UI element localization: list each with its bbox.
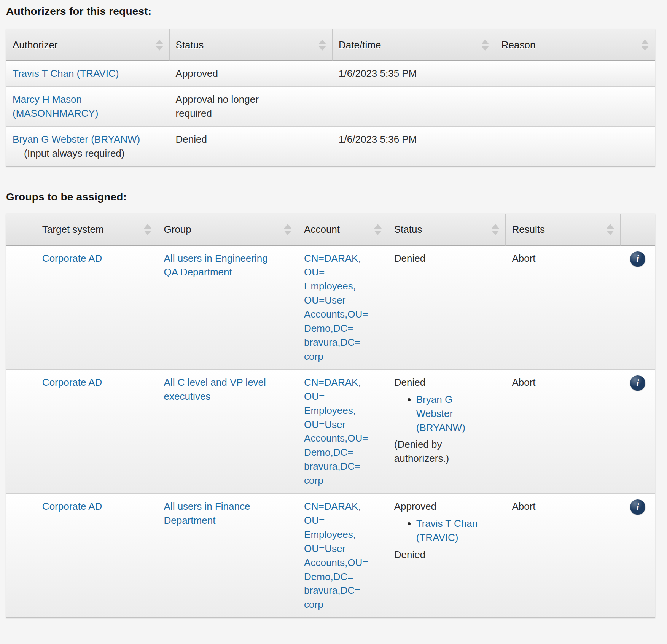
info-cell: i	[621, 493, 655, 617]
table-row: Bryan G Webster (BRYANW) (Input always r…	[6, 126, 655, 166]
status-cell: Denied	[170, 126, 333, 166]
results-cell: Abort	[506, 369, 621, 493]
column-header-label: Group	[164, 224, 191, 235]
reason-cell	[495, 126, 655, 166]
authorizer-link[interactable]: Bryan G Webster (BRYANW)	[13, 134, 140, 145]
reason-cell	[495, 86, 655, 126]
column-header-label: Status	[176, 39, 204, 51]
status-cell: Denied Bryan G Webster (BRYANW) (Denied …	[388, 369, 506, 493]
status-secondary: Denied	[394, 548, 500, 562]
target-system-link[interactable]: Corporate AD	[42, 253, 102, 264]
status-cell: Approved	[170, 61, 333, 86]
page: Authorizers for this request: Authorizer…	[0, 0, 667, 644]
table-row: Corporate AD All users in Engineering QA…	[6, 246, 655, 369]
info-cell: i	[621, 369, 655, 493]
table-row: Corporate AD All users in Finance Depart…	[6, 493, 655, 617]
sort-icon[interactable]	[374, 224, 382, 235]
account-link[interactable]: CN=DARAK, OU= Employees, OU=User Account…	[304, 377, 368, 486]
authorizer-cell: Bryan G Webster (BRYANW) (Input always r…	[6, 126, 170, 166]
table-row: Marcy H Mason (MASONHMARCY) Approval no …	[6, 86, 655, 126]
account-link[interactable]: CN=DARAK, OU= Employees, OU=User Account…	[304, 501, 368, 610]
column-header-label: Status	[394, 224, 422, 235]
target-system-cell: Corporate AD	[36, 246, 158, 369]
column-header-label: Results	[512, 224, 545, 235]
column-header-label: Authorizer	[13, 39, 58, 51]
group-link[interactable]: All users in Engineering QA Department	[164, 253, 268, 278]
row-select-cell	[6, 246, 36, 369]
sort-icon[interactable]	[641, 40, 649, 51]
sort-icon[interactable]	[156, 40, 163, 51]
status-authorizer-list: Travis T Chan (TRAVIC)	[394, 517, 500, 545]
column-header-info	[621, 214, 655, 246]
authorizer-cell: Marcy H Mason (MASONHMARCY)	[6, 86, 170, 126]
authorizer-link[interactable]: Marcy H Mason (MASONHMARCY)	[13, 94, 98, 119]
sort-icon[interactable]	[144, 224, 151, 235]
status-authorizer-list: Bryan G Webster (BRYANW)	[394, 393, 500, 435]
target-system-link[interactable]: Corporate AD	[42, 501, 102, 512]
table-row: Travis T Chan (TRAVIC) Approved 1/6/2023…	[6, 61, 655, 86]
group-cell: All users in Engineering QA Department	[158, 246, 298, 369]
status-cell: Approved Travis T Chan (TRAVIC) Denied	[388, 493, 506, 617]
table-row: Corporate AD All C level and VP level ex…	[6, 369, 655, 493]
column-header-results[interactable]: Results	[506, 214, 621, 246]
sort-icon[interactable]	[492, 224, 499, 235]
column-header-authorizer[interactable]: Authorizer	[6, 29, 170, 61]
column-header-label: Target system	[42, 224, 104, 235]
status-cell: Denied	[388, 246, 506, 369]
status-cell: Approval no longer required	[170, 86, 333, 126]
account-link[interactable]: CN=DARAK, OU= Employees, OU=User Account…	[304, 253, 368, 362]
column-header-blank	[6, 214, 36, 246]
authorizers-section-title: Authorizers for this request:	[6, 5, 655, 17]
row-select-cell	[6, 493, 36, 617]
authorizer-link[interactable]: Travis T Chan (TRAVIC)	[13, 68, 119, 79]
column-header-status[interactable]: Status	[170, 29, 333, 61]
info-icon[interactable]: i	[630, 375, 645, 391]
column-header-target-system[interactable]: Target system	[36, 214, 158, 246]
status-authorizer-link[interactable]: Bryan G Webster (BRYANW)	[416, 394, 465, 433]
sort-icon[interactable]	[607, 224, 614, 235]
status-authorizer-link[interactable]: Travis T Chan (TRAVIC)	[416, 518, 478, 543]
column-header-account[interactable]: Account	[298, 214, 388, 246]
column-header-status[interactable]: Status	[388, 214, 506, 246]
results-cell: Abort	[506, 246, 621, 369]
status-note: (Denied by authorizers.)	[394, 437, 500, 466]
column-header-group[interactable]: Group	[158, 214, 298, 246]
info-cell: i	[621, 246, 655, 369]
authorizers-table: Authorizer Status Date/time	[6, 29, 655, 167]
list-item: Bryan G Webster (BRYANW)	[416, 393, 500, 435]
group-link[interactable]: All C level and VP level executives	[164, 377, 266, 402]
datetime-cell	[333, 86, 495, 126]
account-cell: CN=DARAK, OU= Employees, OU=User Account…	[298, 493, 388, 617]
status-primary: Denied	[394, 251, 500, 266]
list-item: Travis T Chan (TRAVIC)	[416, 517, 500, 545]
target-system-cell: Corporate AD	[36, 493, 158, 617]
column-header-datetime[interactable]: Date/time	[333, 29, 495, 61]
authorizer-note: (Input always required)	[13, 146, 164, 161]
status-primary: Denied	[394, 375, 500, 390]
column-header-reason[interactable]: Reason	[495, 29, 655, 61]
column-header-label: Date/time	[339, 39, 381, 51]
info-icon[interactable]: i	[630, 251, 645, 267]
account-cell: CN=DARAK, OU= Employees, OU=User Account…	[298, 246, 388, 369]
reason-cell	[495, 61, 655, 86]
results-cell: Abort	[506, 493, 621, 617]
info-icon[interactable]: i	[630, 499, 645, 515]
groups-section-title: Groups to be assigned:	[6, 191, 655, 203]
sort-icon[interactable]	[284, 224, 291, 235]
target-system-link[interactable]: Corporate AD	[42, 377, 102, 388]
groups-table: Target system Group Account	[6, 214, 655, 618]
authorizers-header-row: Authorizer Status Date/time	[6, 29, 655, 61]
authorizer-cell: Travis T Chan (TRAVIC)	[6, 61, 170, 86]
group-link[interactable]: All users in Finance Department	[164, 501, 250, 526]
column-header-label: Reason	[501, 39, 536, 51]
status-primary: Approved	[394, 499, 500, 514]
sort-icon[interactable]	[318, 40, 326, 51]
datetime-cell: 1/6/2023 5:35 PM	[333, 61, 495, 86]
group-cell: All C level and VP level executives	[158, 369, 298, 493]
target-system-cell: Corporate AD	[36, 369, 158, 493]
column-header-label: Account	[304, 224, 340, 235]
datetime-cell: 1/6/2023 5:36 PM	[333, 126, 495, 166]
row-select-cell	[6, 369, 36, 493]
groups-header-row: Target system Group Account	[6, 214, 655, 246]
sort-icon[interactable]	[481, 40, 489, 51]
